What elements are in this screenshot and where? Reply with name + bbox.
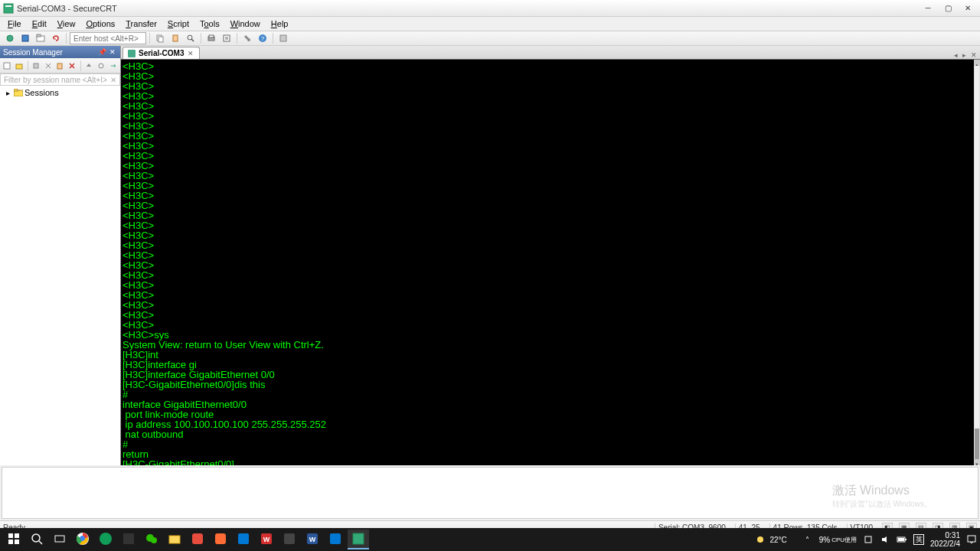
copy-icon[interactable] xyxy=(153,31,167,45)
properties-icon[interactable] xyxy=(220,31,234,45)
svg-rect-37 xyxy=(123,533,134,544)
disconnect-icon[interactable] xyxy=(276,31,290,45)
sessions-root-item[interactable]: ▸ Sessions xyxy=(2,87,119,98)
session-connect-icon[interactable] xyxy=(107,60,119,72)
app-icon-6[interactable] xyxy=(279,530,300,549)
wps-icon[interactable]: W xyxy=(256,530,277,549)
session-config-icon[interactable] xyxy=(95,60,106,72)
session-copy-icon[interactable] xyxy=(31,60,42,72)
connect-icon[interactable] xyxy=(3,31,17,45)
menu-help[interactable]: Help xyxy=(266,18,293,30)
reconnect-icon[interactable] xyxy=(49,31,63,45)
cpu-value: 9% xyxy=(819,536,830,544)
svg-rect-7 xyxy=(158,37,163,42)
svg-rect-26 xyxy=(14,89,18,91)
scroll-up-icon[interactable]: ▴ xyxy=(974,60,980,66)
word-icon[interactable]: W xyxy=(302,530,323,549)
taskbar-clock[interactable]: 0:31 2022/2/4 xyxy=(930,531,960,548)
quick-connect-icon[interactable] xyxy=(18,31,32,45)
tab-serial-com3[interactable]: Serial-COM3 ✕ xyxy=(122,47,200,59)
tray-ime-icon[interactable]: 英 xyxy=(913,534,924,545)
command-panel[interactable]: 激活 Windows 转到"设置"以激活 Windows。 xyxy=(2,467,978,519)
session-tree[interactable]: ▸ Sessions xyxy=(0,86,120,465)
folder-icon xyxy=(14,88,23,97)
collapse-icon[interactable]: ▸ xyxy=(3,88,12,97)
tab-controls: ◂ ▸ ✕ xyxy=(952,51,978,59)
weather-widget[interactable]: 22°C xyxy=(754,533,786,546)
menu-tools[interactable]: Tools xyxy=(195,18,224,30)
main-area: Serial-COM3 ✕ ◂ ▸ ✕ <H3C> <H3C> <H3C> <H… xyxy=(121,46,980,465)
app-icon-4[interactable] xyxy=(210,530,231,549)
app-icon-3[interactable] xyxy=(187,530,208,549)
clock-time: 0:31 xyxy=(930,531,960,540)
tray-battery-icon[interactable] xyxy=(897,534,907,545)
menu-options[interactable]: Options xyxy=(81,18,119,30)
chrome-icon[interactable] xyxy=(72,530,93,549)
tab-next-icon[interactable]: ▸ xyxy=(961,51,968,59)
session-cut-icon[interactable] xyxy=(42,60,54,72)
help-icon[interactable]: ? xyxy=(256,31,270,45)
session-close-icon[interactable]: ✕ xyxy=(108,47,117,57)
tab-close-all-icon[interactable]: ✕ xyxy=(969,51,978,59)
tray-network-icon[interactable] xyxy=(863,534,874,545)
menu-view[interactable]: View xyxy=(53,18,80,30)
scroll-thumb[interactable] xyxy=(975,429,979,459)
session-pin-icon[interactable]: 📌 xyxy=(97,47,106,57)
app-icon-1[interactable] xyxy=(95,530,116,549)
session-toolbar xyxy=(0,58,120,73)
session-filter[interactable]: Filter by session name <Alt+I> ✕ xyxy=(0,73,120,86)
host-input[interactable] xyxy=(70,32,146,44)
svg-line-32 xyxy=(39,541,42,544)
tray-chevron-icon[interactable]: ˄ xyxy=(802,534,813,545)
svg-point-36 xyxy=(100,533,112,545)
search-icon[interactable] xyxy=(26,530,47,549)
connect-tab-icon[interactable] xyxy=(34,31,47,45)
explorer-icon[interactable] xyxy=(164,530,185,549)
filter-clear-icon[interactable]: ✕ xyxy=(110,76,116,84)
cpu-widget[interactable]: 9% CPU使用 xyxy=(819,536,857,544)
session-delete-icon[interactable] xyxy=(67,60,78,72)
tools-icon[interactable] xyxy=(240,31,254,45)
wechat-icon[interactable] xyxy=(141,530,162,549)
menu-transfer[interactable]: Transfer xyxy=(121,18,162,30)
app-icon-5[interactable] xyxy=(233,530,254,549)
menubar: File Edit View Options Transfer Script T… xyxy=(0,17,980,31)
svg-point-16 xyxy=(247,38,250,41)
close-button[interactable]: ✕ xyxy=(959,2,977,15)
paste-icon[interactable] xyxy=(168,31,182,45)
svg-rect-46 xyxy=(284,533,295,544)
terminal[interactable]: <H3C> <H3C> <H3C> <H3C> <H3C> <H3C> <H3C… xyxy=(121,60,980,465)
securecrt-taskbar-icon[interactable] xyxy=(348,530,369,549)
maximize-button[interactable]: ▢ xyxy=(939,2,957,15)
svg-rect-52 xyxy=(865,536,871,543)
menu-edit[interactable]: Edit xyxy=(28,18,51,30)
svg-rect-50 xyxy=(353,533,364,544)
session-up-icon[interactable] xyxy=(83,60,95,72)
print-icon[interactable] xyxy=(204,31,218,45)
main-toolbar: ? xyxy=(0,31,980,46)
svg-rect-27 xyxy=(8,533,13,538)
window-title: Serial-COM3 - SecureCRT xyxy=(17,4,919,13)
start-button[interactable] xyxy=(3,530,24,549)
svg-rect-0 xyxy=(4,4,13,13)
minimize-button[interactable]: ─ xyxy=(919,2,937,15)
terminal-scrollbar[interactable]: ▴▾ xyxy=(974,60,980,465)
session-paste-icon[interactable] xyxy=(54,60,66,72)
task-view-icon[interactable] xyxy=(49,530,70,549)
app-icon-2[interactable] xyxy=(118,530,139,549)
new-session-icon[interactable] xyxy=(2,60,13,72)
notifications-icon[interactable] xyxy=(966,534,977,545)
tray-volume-icon[interactable] xyxy=(880,534,890,545)
menu-file[interactable]: File xyxy=(3,18,26,30)
menu-script[interactable]: Script xyxy=(163,18,194,30)
new-folder-icon[interactable] xyxy=(14,60,25,72)
tab-prev-icon[interactable]: ◂ xyxy=(952,51,959,59)
svg-point-31 xyxy=(32,534,40,542)
find-icon[interactable] xyxy=(184,31,198,45)
scroll-down-icon[interactable]: ▾ xyxy=(974,459,980,465)
menu-window[interactable]: Window xyxy=(226,18,265,30)
app-icon-7[interactable] xyxy=(325,530,346,549)
tab-close-icon[interactable]: ✕ xyxy=(187,50,194,57)
watermark-sub: 转到"设置"以激活 Windows。 xyxy=(832,499,932,510)
session-manager-label: Session Manager xyxy=(3,48,63,57)
